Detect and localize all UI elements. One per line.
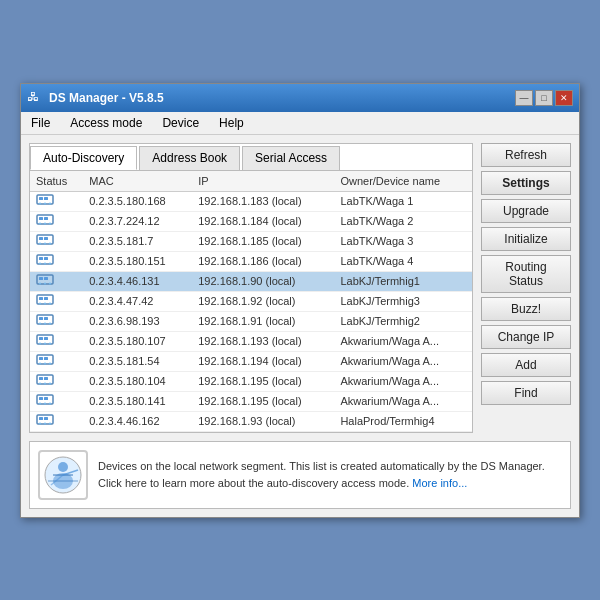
svg-rect-44 [44, 337, 48, 340]
table-row[interactable]: 0.2.3.5.180.151192.168.1.186 (local)LabT… [30, 251, 472, 271]
cell-ip: 192.168.1.195 (local) [192, 371, 334, 391]
svg-point-59 [49, 382, 51, 384]
cell-mac: 0.2.3.5.180.168 [83, 191, 192, 211]
buzz!-button[interactable]: Buzz! [481, 297, 571, 321]
svg-point-45 [39, 342, 41, 344]
svg-point-29 [49, 282, 51, 284]
initialize-button[interactable]: Initialize [481, 227, 571, 251]
cell-status [30, 211, 83, 231]
cell-owner: HalaProd/Termhig4 [334, 411, 472, 431]
table-row[interactable]: 0.2.3.6.98.193192.168.1.91 (local)LabKJ/… [30, 311, 472, 331]
menu-file[interactable]: File [25, 114, 56, 132]
routing-status-button[interactable]: Routing Status [481, 255, 571, 293]
info-bar: Devices on the local network segment. Th… [29, 441, 571, 509]
svg-rect-2 [44, 197, 48, 200]
device-icon [36, 314, 54, 327]
cell-ip: 192.168.1.184 (local) [192, 211, 334, 231]
svg-point-64 [44, 402, 46, 404]
table-row[interactable]: 0.2.3.5.180.107192.168.1.193 (local)Akwa… [30, 331, 472, 351]
col-owner: Owner/Device name [334, 171, 472, 192]
cell-mac: 0.2.3.6.98.193 [83, 311, 192, 331]
svg-point-52 [44, 362, 46, 364]
cell-owner: LabTK/Waga 3 [334, 231, 472, 251]
cell-mac: 0.2.3.5.181.54 [83, 351, 192, 371]
cell-owner: LabTK/Waga 1 [334, 191, 472, 211]
menu-bar: File Access mode Device Help [21, 112, 579, 135]
menu-help[interactable]: Help [213, 114, 250, 132]
table-row[interactable]: 0.2.3.5.180.168192.168.1.183 (local)LabT… [30, 191, 472, 211]
tab-address-book[interactable]: Address Book [139, 146, 240, 170]
upgrade-button[interactable]: Upgrade [481, 199, 571, 223]
svg-point-9 [39, 222, 41, 224]
menu-device[interactable]: Device [156, 114, 205, 132]
svg-point-35 [49, 302, 51, 304]
svg-point-33 [39, 302, 41, 304]
tab-serial-access[interactable]: Serial Access [242, 146, 340, 170]
svg-point-3 [39, 202, 41, 204]
svg-rect-68 [44, 417, 48, 420]
cell-mac: 0.2.3.5.180.151 [83, 251, 192, 271]
cell-ip: 192.168.1.185 (local) [192, 231, 334, 251]
cell-status [30, 251, 83, 271]
table-row[interactable]: 0.2.3.4.46.162192.168.1.93 (local)HalaPr… [30, 411, 472, 431]
svg-rect-67 [39, 417, 43, 420]
svg-rect-8 [44, 217, 48, 220]
menu-access-mode[interactable]: Access mode [64, 114, 148, 132]
settings-button[interactable]: Settings [481, 171, 571, 195]
svg-point-53 [49, 362, 51, 364]
table-row[interactable]: 0.2.3.4.47.42192.168.1.92 (local)LabKJ/T… [30, 291, 472, 311]
cell-owner: LabKJ/Termhig1 [334, 271, 472, 291]
svg-point-28 [44, 282, 46, 284]
find-button[interactable]: Find [481, 381, 571, 405]
device-table-area: Status MAC IP Owner/Device name 0.2.3.5.… [30, 171, 472, 432]
svg-point-27 [39, 282, 41, 284]
cell-owner: Akwarium/Waga A... [334, 391, 472, 411]
svg-rect-56 [44, 377, 48, 380]
cell-ip: 192.168.1.90 (local) [192, 271, 334, 291]
cell-owner: LabTK/Waga 4 [334, 251, 472, 271]
svg-point-17 [49, 242, 51, 244]
maximize-button[interactable]: □ [535, 90, 553, 106]
device-icon [36, 414, 54, 427]
cell-mac: 0.2.3.5.180.104 [83, 371, 192, 391]
svg-point-23 [49, 262, 51, 264]
device-icon [36, 194, 54, 207]
cell-status [30, 391, 83, 411]
table-row[interactable]: 0.2.3.5.181.7192.168.1.185 (local)LabTK/… [30, 231, 472, 251]
svg-rect-14 [44, 237, 48, 240]
table-row[interactable]: 0.2.3.5.181.54192.168.1.194 (local)Akwar… [30, 351, 472, 371]
table-row[interactable]: 0.2.3.7.224.12192.168.1.184 (local)LabTK… [30, 211, 472, 231]
cell-status [30, 191, 83, 211]
device-icon [36, 274, 54, 287]
table-row[interactable]: 0.2.3.5.180.104192.168.1.195 (local)Akwa… [30, 371, 472, 391]
cell-status [30, 271, 83, 291]
minimize-button[interactable]: — [515, 90, 533, 106]
close-button[interactable]: ✕ [555, 90, 573, 106]
more-info-link[interactable]: More info... [412, 477, 467, 489]
svg-point-65 [49, 402, 51, 404]
add-button[interactable]: Add [481, 353, 571, 377]
col-mac: MAC [83, 171, 192, 192]
cell-mac: 0.2.3.7.224.12 [83, 211, 192, 231]
cell-mac: 0.2.3.4.46.131 [83, 271, 192, 291]
cell-mac: 0.2.3.5.180.141 [83, 391, 192, 411]
main-panel: Auto-Discovery Address Book Serial Acces… [29, 143, 473, 433]
cell-ip: 192.168.1.92 (local) [192, 291, 334, 311]
cell-owner: Akwarium/Waga A... [334, 351, 472, 371]
info-click-text: Click here to learn more about the auto-… [98, 477, 409, 489]
svg-point-41 [49, 322, 51, 324]
cell-mac: 0.2.3.5.180.107 [83, 331, 192, 351]
table-row[interactable]: 0.2.3.4.46.131192.168.1.90 (local)LabKJ/… [30, 271, 472, 291]
refresh-button[interactable]: Refresh [481, 143, 571, 167]
svg-point-21 [39, 262, 41, 264]
svg-rect-62 [44, 397, 48, 400]
svg-rect-43 [39, 337, 43, 340]
svg-point-34 [44, 302, 46, 304]
device-icon [36, 254, 54, 267]
cell-owner: LabTK/Waga 2 [334, 211, 472, 231]
tab-auto-discovery[interactable]: Auto-Discovery [30, 146, 137, 170]
table-row[interactable]: 0.2.3.5.180.141192.168.1.195 (local)Akwa… [30, 391, 472, 411]
cell-ip: 192.168.1.183 (local) [192, 191, 334, 211]
change-ip-button[interactable]: Change IP [481, 325, 571, 349]
cell-status [30, 311, 83, 331]
